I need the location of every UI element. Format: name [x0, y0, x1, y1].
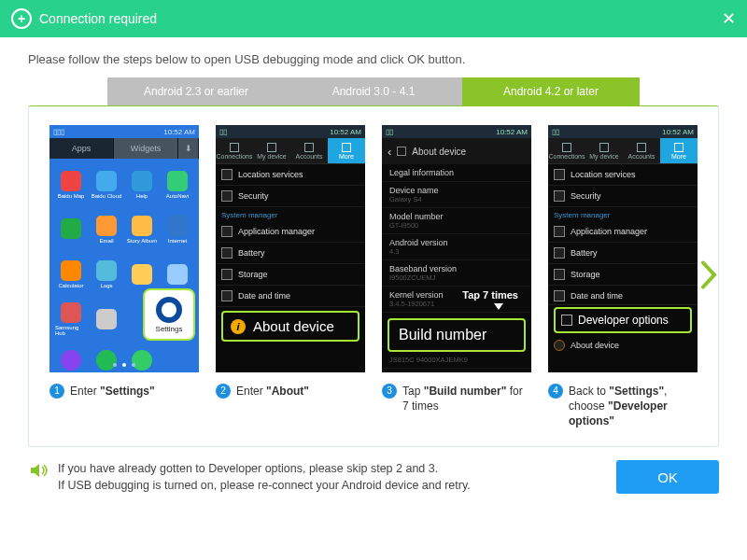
- next-arrow-icon[interactable]: [699, 259, 720, 293]
- step-1-caption: 1 Enter "Settings": [49, 384, 199, 399]
- step-3: ▯▯10:52 AM ‹About device Legal informati…: [382, 125, 531, 429]
- step-4: ▯▯10:52 AM Connections My device Account…: [548, 125, 698, 429]
- steps-card: ▯▯▯10:52 AM Apps Widgets ⬇ Baidu Map Bai…: [28, 105, 719, 447]
- build-number-highlight: Build number: [388, 318, 526, 352]
- step-3-caption: 3 Tap "Build number" for 7 times: [382, 384, 531, 413]
- phone-screenshot-4: ▯▯10:52 AM Connections My device Account…: [548, 125, 698, 372]
- developer-options-highlight: Developer options: [554, 307, 692, 333]
- version-tabs: Android 2.3 or earlier Android 3.0 - 4.1…: [28, 77, 719, 105]
- phone-screenshot-3: ▯▯10:52 AM ‹About device Legal informati…: [382, 125, 531, 372]
- step-2: ▯▯10:52 AM Connections My device Account…: [216, 125, 365, 429]
- tab-android-30[interactable]: Android 3.0 - 4.1: [285, 77, 462, 105]
- ok-button[interactable]: OK: [616, 460, 719, 494]
- gear-icon: [156, 297, 182, 323]
- header-title: Connection required: [39, 11, 157, 26]
- settings-highlight: Settings: [143, 288, 195, 341]
- shield-icon: +: [11, 8, 32, 29]
- phone-screenshot-2: ▯▯10:52 AM Connections My device Account…: [216, 125, 365, 372]
- arrow-down-icon: [494, 303, 503, 310]
- footer: If you have already gotten to Developer …: [0, 447, 747, 496]
- speaker-icon: [28, 460, 49, 483]
- step-1: ▯▯▯10:52 AM Apps Widgets ⬇ Baidu Map Bai…: [49, 125, 199, 429]
- instruction-text: Please follow the steps below to open US…: [28, 52, 719, 66]
- close-icon[interactable]: ✕: [722, 8, 736, 29]
- phone-screenshot-1: ▯▯▯10:52 AM Apps Widgets ⬇ Baidu Map Bai…: [49, 125, 199, 372]
- step-4-caption: 4 Back to "Settings", choose "Developer …: [548, 384, 698, 429]
- header: + Connection required ✕: [0, 0, 747, 37]
- footer-text: If you have already gotten to Developer …: [58, 460, 471, 496]
- about-device-highlight: iAbout device: [221, 311, 359, 342]
- tab-android-23[interactable]: Android 2.3 or earlier: [107, 77, 285, 105]
- tap-7-label: Tap 7 times: [462, 289, 518, 301]
- step-2-caption: 2 Enter "About": [216, 384, 365, 399]
- tab-android-42[interactable]: Android 4.2 or later: [462, 77, 640, 105]
